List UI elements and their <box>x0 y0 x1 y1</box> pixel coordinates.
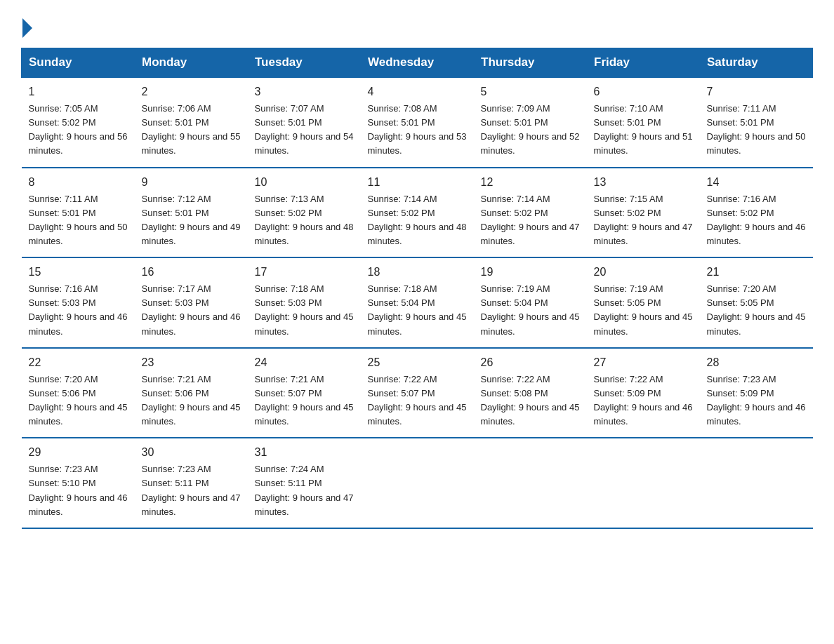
day-info: Sunrise: 7:21 AMSunset: 5:07 PMDaylight:… <box>255 373 354 429</box>
day-info: Sunrise: 7:16 AMSunset: 5:02 PMDaylight:… <box>707 192 806 249</box>
weekday-header-friday: Friday <box>587 48 700 78</box>
day-info: Sunrise: 7:13 AMSunset: 5:02 PMDaylight:… <box>255 192 354 249</box>
calendar-cell <box>587 438 700 528</box>
calendar-cell: 26Sunrise: 7:22 AMSunset: 5:08 PMDayligh… <box>474 348 587 438</box>
day-info: Sunrise: 7:14 AMSunset: 5:02 PMDaylight:… <box>368 192 467 249</box>
day-number: 21 <box>707 264 806 281</box>
day-info: Sunrise: 7:09 AMSunset: 5:01 PMDaylight:… <box>481 102 580 159</box>
day-info: Sunrise: 7:19 AMSunset: 5:04 PMDaylight:… <box>481 282 580 339</box>
day-number: 15 <box>29 264 128 281</box>
day-info: Sunrise: 7:14 AMSunset: 5:02 PMDaylight:… <box>481 192 580 249</box>
day-info: Sunrise: 7:18 AMSunset: 5:03 PMDaylight:… <box>255 282 354 339</box>
calendar-cell: 1Sunrise: 7:05 AMSunset: 5:02 PMDaylight… <box>22 77 135 168</box>
day-number: 27 <box>594 354 693 371</box>
calendar-week-row: 22Sunrise: 7:20 AMSunset: 5:06 PMDayligh… <box>22 348 813 438</box>
day-number: 24 <box>255 354 354 371</box>
calendar-cell: 17Sunrise: 7:18 AMSunset: 5:03 PMDayligh… <box>248 257 361 348</box>
calendar-cell: 15Sunrise: 7:16 AMSunset: 5:03 PMDayligh… <box>22 257 135 348</box>
day-info: Sunrise: 7:20 AMSunset: 5:06 PMDaylight:… <box>29 373 128 429</box>
day-info: Sunrise: 7:11 AMSunset: 5:01 PMDaylight:… <box>707 102 806 159</box>
calendar-cell: 28Sunrise: 7:23 AMSunset: 5:09 PMDayligh… <box>700 348 813 438</box>
weekday-header-thursday: Thursday <box>474 48 587 78</box>
day-info: Sunrise: 7:23 AMSunset: 5:11 PMDaylight:… <box>142 462 241 519</box>
weekday-header-monday: Monday <box>135 48 248 78</box>
calendar-week-row: 1Sunrise: 7:05 AMSunset: 5:02 PMDaylight… <box>22 77 813 168</box>
calendar-cell: 10Sunrise: 7:13 AMSunset: 5:02 PMDayligh… <box>248 168 361 258</box>
day-info: Sunrise: 7:15 AMSunset: 5:02 PMDaylight:… <box>594 192 693 249</box>
calendar-week-row: 15Sunrise: 7:16 AMSunset: 5:03 PMDayligh… <box>22 257 813 348</box>
calendar-cell: 3Sunrise: 7:07 AMSunset: 5:01 PMDaylight… <box>248 77 361 168</box>
day-number: 2 <box>142 83 241 100</box>
day-number: 4 <box>368 83 467 100</box>
calendar-cell: 11Sunrise: 7:14 AMSunset: 5:02 PMDayligh… <box>361 168 474 258</box>
calendar-cell: 23Sunrise: 7:21 AMSunset: 5:06 PMDayligh… <box>135 348 248 438</box>
day-info: Sunrise: 7:08 AMSunset: 5:01 PMDaylight:… <box>368 102 467 159</box>
day-number: 25 <box>368 354 467 371</box>
day-number: 31 <box>255 444 354 461</box>
calendar-cell: 21Sunrise: 7:20 AMSunset: 5:05 PMDayligh… <box>700 257 813 348</box>
day-number: 13 <box>594 174 693 191</box>
weekday-header-wednesday: Wednesday <box>361 48 474 78</box>
day-info: Sunrise: 7:22 AMSunset: 5:07 PMDaylight:… <box>368 373 467 429</box>
day-number: 14 <box>707 174 806 191</box>
day-number: 20 <box>594 264 693 281</box>
day-info: Sunrise: 7:24 AMSunset: 5:11 PMDaylight:… <box>255 462 354 519</box>
day-number: 9 <box>142 174 241 191</box>
day-number: 12 <box>481 174 580 191</box>
calendar-cell: 4Sunrise: 7:08 AMSunset: 5:01 PMDaylight… <box>361 77 474 168</box>
weekday-header-row: SundayMondayTuesdayWednesdayThursdayFrid… <box>22 48 813 78</box>
day-number: 19 <box>481 264 580 281</box>
day-info: Sunrise: 7:22 AMSunset: 5:08 PMDaylight:… <box>481 373 580 429</box>
calendar-cell: 2Sunrise: 7:06 AMSunset: 5:01 PMDaylight… <box>135 77 248 168</box>
calendar-cell: 13Sunrise: 7:15 AMSunset: 5:02 PMDayligh… <box>587 168 700 258</box>
weekday-header-tuesday: Tuesday <box>248 48 361 78</box>
day-number: 18 <box>368 264 467 281</box>
day-number: 28 <box>707 354 806 371</box>
calendar-week-row: 8Sunrise: 7:11 AMSunset: 5:01 PMDaylight… <box>22 168 813 258</box>
day-info: Sunrise: 7:23 AMSunset: 5:09 PMDaylight:… <box>707 373 806 429</box>
calendar-cell: 8Sunrise: 7:11 AMSunset: 5:01 PMDaylight… <box>22 168 135 258</box>
calendar-cell: 7Sunrise: 7:11 AMSunset: 5:01 PMDaylight… <box>700 77 813 168</box>
calendar-cell: 9Sunrise: 7:12 AMSunset: 5:01 PMDaylight… <box>135 168 248 258</box>
day-number: 16 <box>142 264 241 281</box>
day-info: Sunrise: 7:11 AMSunset: 5:01 PMDaylight:… <box>29 192 128 249</box>
day-number: 10 <box>255 174 354 191</box>
calendar-cell: 19Sunrise: 7:19 AMSunset: 5:04 PMDayligh… <box>474 257 587 348</box>
calendar-cell: 14Sunrise: 7:16 AMSunset: 5:02 PMDayligh… <box>700 168 813 258</box>
day-info: Sunrise: 7:10 AMSunset: 5:01 PMDaylight:… <box>594 102 693 159</box>
day-number: 26 <box>481 354 580 371</box>
day-info: Sunrise: 7:05 AMSunset: 5:02 PMDaylight:… <box>29 102 128 159</box>
day-number: 3 <box>255 83 354 100</box>
header <box>21 17 813 35</box>
day-info: Sunrise: 7:22 AMSunset: 5:09 PMDaylight:… <box>594 373 693 429</box>
calendar-cell <box>361 438 474 528</box>
calendar-cell: 6Sunrise: 7:10 AMSunset: 5:01 PMDaylight… <box>587 77 700 168</box>
calendar-cell: 29Sunrise: 7:23 AMSunset: 5:10 PMDayligh… <box>22 438 135 528</box>
calendar-cell: 20Sunrise: 7:19 AMSunset: 5:05 PMDayligh… <box>587 257 700 348</box>
calendar-table: SundayMondayTuesdayWednesdayThursdayFrid… <box>21 48 813 529</box>
day-number: 22 <box>29 354 128 371</box>
calendar-cell: 5Sunrise: 7:09 AMSunset: 5:01 PMDaylight… <box>474 77 587 168</box>
day-number: 7 <box>707 83 806 100</box>
calendar-cell: 16Sunrise: 7:17 AMSunset: 5:03 PMDayligh… <box>135 257 248 348</box>
weekday-header-saturday: Saturday <box>700 48 813 78</box>
calendar-cell: 24Sunrise: 7:21 AMSunset: 5:07 PMDayligh… <box>248 348 361 438</box>
calendar-cell: 27Sunrise: 7:22 AMSunset: 5:09 PMDayligh… <box>587 348 700 438</box>
day-number: 5 <box>481 83 580 100</box>
calendar-cell: 31Sunrise: 7:24 AMSunset: 5:11 PMDayligh… <box>248 438 361 528</box>
day-info: Sunrise: 7:21 AMSunset: 5:06 PMDaylight:… <box>142 373 241 429</box>
day-number: 11 <box>368 174 467 191</box>
day-info: Sunrise: 7:18 AMSunset: 5:04 PMDaylight:… <box>368 282 467 339</box>
day-info: Sunrise: 7:07 AMSunset: 5:01 PMDaylight:… <box>255 102 354 159</box>
day-number: 29 <box>29 444 128 461</box>
day-number: 30 <box>142 444 241 461</box>
calendar-cell: 30Sunrise: 7:23 AMSunset: 5:11 PMDayligh… <box>135 438 248 528</box>
calendar-cell <box>474 438 587 528</box>
day-number: 8 <box>29 174 128 191</box>
day-info: Sunrise: 7:20 AMSunset: 5:05 PMDaylight:… <box>707 282 806 339</box>
weekday-header-sunday: Sunday <box>22 48 135 78</box>
day-number: 6 <box>594 83 693 100</box>
day-info: Sunrise: 7:12 AMSunset: 5:01 PMDaylight:… <box>142 192 241 249</box>
day-number: 17 <box>255 264 354 281</box>
day-info: Sunrise: 7:19 AMSunset: 5:05 PMDaylight:… <box>594 282 693 339</box>
